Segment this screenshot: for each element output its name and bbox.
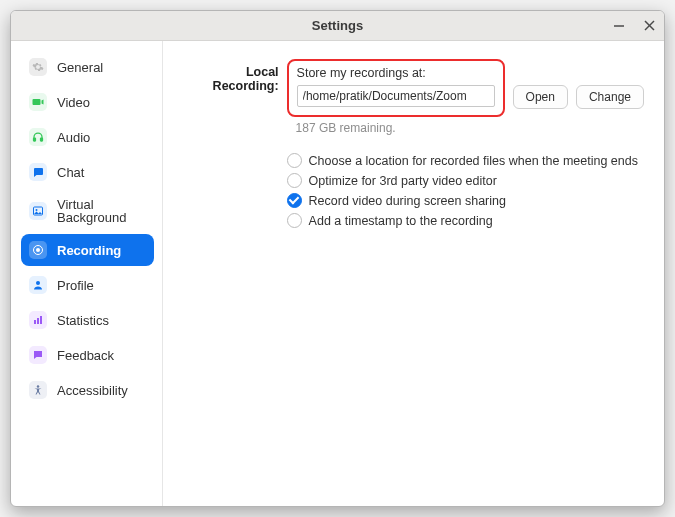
body: General Video Audio Chat (11, 41, 664, 506)
sidebar-item-accessibility[interactable]: Accessibility (21, 374, 154, 406)
window-title: Settings (312, 18, 363, 33)
user-icon (29, 276, 47, 294)
svg-rect-11 (37, 318, 39, 324)
headphones-icon (29, 128, 47, 146)
svg-point-6 (36, 209, 38, 211)
settings-window: Settings General Video (10, 10, 665, 507)
sidebar-item-video[interactable]: Video (21, 86, 154, 118)
video-icon (29, 93, 47, 111)
option-label: Choose a location for recorded files whe… (309, 154, 638, 168)
storage-highlight: Store my recordings at: (287, 59, 505, 117)
svg-point-8 (36, 248, 40, 252)
image-icon (29, 202, 47, 220)
svg-rect-4 (41, 138, 43, 141)
sidebar-item-label: Profile (57, 279, 94, 292)
svg-point-9 (36, 281, 40, 285)
minimize-button[interactable] (610, 17, 628, 35)
sidebar-item-label: Statistics (57, 314, 109, 327)
titlebar: Settings (11, 11, 664, 41)
checkbox-icon (287, 193, 302, 208)
recording-path-input[interactable] (297, 85, 495, 107)
sidebar-item-label: Audio (57, 131, 90, 144)
section-label: Local Recording: (183, 59, 279, 93)
sidebar-item-statistics[interactable]: Statistics (21, 304, 154, 336)
option-record-screenshare[interactable]: Record video during screen sharing (287, 193, 644, 208)
sidebar-item-label: General (57, 61, 103, 74)
option-timestamp[interactable]: Add a timestamp to the recording (287, 213, 644, 228)
sidebar-item-recording[interactable]: Recording (21, 234, 154, 266)
record-icon (29, 241, 47, 259)
option-choose-location[interactable]: Choose a location for recorded files whe… (287, 153, 644, 168)
sidebar-item-audio[interactable]: Audio (21, 121, 154, 153)
feedback-icon (29, 346, 47, 364)
close-button[interactable] (640, 17, 658, 35)
sidebar-item-label: Feedback (57, 349, 114, 362)
checkbox-icon (287, 153, 302, 168)
sidebar-item-label: Video (57, 96, 90, 109)
content-recording: Local Recording: Store my recordings at:… (163, 41, 664, 506)
option-label: Record video during screen sharing (309, 194, 506, 208)
option-label: Optimize for 3rd party video editor (309, 174, 497, 188)
sidebar-item-label: Recording (57, 244, 121, 257)
option-label: Add a timestamp to the recording (309, 214, 493, 228)
checkbox-icon (287, 213, 302, 228)
chart-icon (29, 311, 47, 329)
sidebar-item-virtualbg[interactable]: Virtual Background (21, 191, 154, 231)
option-optimize[interactable]: Optimize for 3rd party video editor (287, 173, 644, 188)
sidebar-item-label: Accessibility (57, 384, 128, 397)
store-label: Store my recordings at: (297, 66, 495, 80)
svg-rect-3 (34, 138, 36, 141)
sidebar-item-label: Virtual Background (57, 198, 146, 224)
svg-rect-10 (34, 320, 36, 324)
gear-icon (29, 58, 47, 76)
svg-rect-12 (40, 316, 42, 324)
sidebar-item-label: Chat (57, 166, 84, 179)
accessibility-icon (29, 381, 47, 399)
sidebar: General Video Audio Chat (11, 41, 163, 506)
chat-icon (29, 163, 47, 181)
recording-options: Choose a location for recorded files whe… (287, 153, 644, 228)
sidebar-item-feedback[interactable]: Feedback (21, 339, 154, 371)
change-button[interactable]: Change (576, 85, 644, 109)
sidebar-item-chat[interactable]: Chat (21, 156, 154, 188)
svg-point-13 (37, 385, 40, 388)
sidebar-item-general[interactable]: General (21, 51, 154, 83)
open-button[interactable]: Open (513, 85, 568, 109)
space-remaining: 187 GB remaining. (296, 121, 644, 135)
sidebar-item-profile[interactable]: Profile (21, 269, 154, 301)
window-controls (610, 17, 658, 35)
checkbox-icon (287, 173, 302, 188)
local-recording-row: Local Recording: Store my recordings at:… (183, 59, 644, 117)
